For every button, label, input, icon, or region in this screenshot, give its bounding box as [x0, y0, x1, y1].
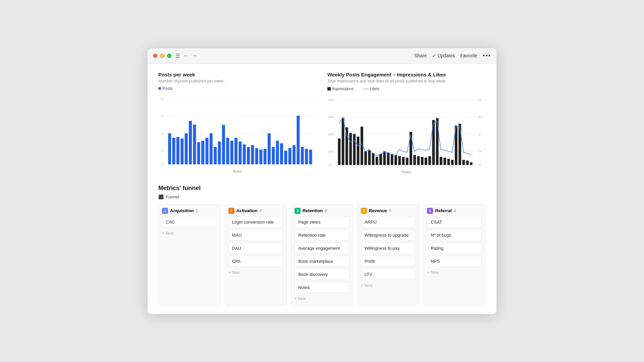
svg-rect-87 [440, 157, 442, 165]
svg-rect-65 [357, 136, 360, 165]
funnel-section: Metrics' funnel ⬛ Funnel 1Acquisition1CA… [158, 185, 486, 306]
svg-rect-89 [447, 159, 450, 165]
left-chart-legend: Posts [158, 86, 317, 91]
svg-rect-25 [230, 140, 233, 164]
add-new-revenue[interactable]: + New [361, 282, 416, 289]
kanban-card[interactable]: ARPU [361, 217, 416, 228]
close-button[interactable] [153, 54, 157, 58]
kanban-card[interactable]: MAU [228, 230, 283, 241]
right-chart-wrap: 600 450 300 150 0 12 9 6 3 0 [327, 94, 486, 169]
right-chart-axis-label: Rows [327, 170, 486, 174]
svg-rect-36 [276, 140, 279, 164]
svg-rect-40 [292, 145, 296, 164]
forward-arrow-icon[interactable]: → [192, 53, 198, 59]
favorite-button[interactable]: Favorite [461, 53, 478, 58]
left-chart-svg: 8 6 4 2 0 [158, 94, 317, 167]
svg-rect-39 [288, 148, 291, 164]
svg-text:12: 12 [478, 98, 482, 101]
svg-rect-17 [197, 142, 200, 164]
svg-rect-10 [168, 133, 171, 164]
kanban-col-header-revenue: 4Revenue5 [361, 208, 416, 214]
kanban-card[interactable]: LTV [361, 269, 416, 280]
svg-rect-84 [428, 156, 431, 165]
col-name-acquisition: Acquisition [170, 208, 194, 213]
kanban-card[interactable]: Notes [294, 282, 350, 293]
kanban-card[interactable]: Book discovery [294, 269, 350, 280]
col-count-acquisition: 1 [196, 208, 198, 213]
kanban-col-acquisition: 1Acquisition1CAC+ New [158, 204, 221, 306]
col-name-activation: Activation [236, 208, 258, 213]
likes-legend-line: — [363, 86, 369, 92]
svg-rect-20 [210, 133, 213, 164]
minimize-button[interactable] [160, 54, 164, 58]
kanban-card[interactable]: Login conversion rate [228, 217, 283, 228]
left-chart-wrap: 8 6 4 2 0 [158, 94, 317, 169]
svg-rect-12 [176, 137, 179, 164]
svg-rect-75 [394, 155, 397, 165]
app-window: ☰ ← → Share ✓ Updates Favorite ••• Posts… [148, 48, 496, 314]
kanban-card[interactable]: Profit [361, 256, 416, 267]
svg-rect-42 [301, 147, 304, 164]
kanban-col-retention: 3Retention9Page viewsRetention rateAvera… [291, 204, 353, 306]
posts-legend-label: Posts [162, 86, 172, 91]
svg-text:9: 9 [479, 115, 481, 119]
svg-rect-92 [459, 124, 461, 165]
kanban-card[interactable]: CAC [162, 217, 217, 228]
add-new-referral[interactable]: + New [427, 269, 482, 276]
svg-rect-82 [421, 157, 424, 165]
right-chart-title: Weekly Posts Engagement – Impressions & … [327, 72, 486, 77]
svg-rect-69 [372, 153, 375, 165]
svg-rect-73 [387, 152, 390, 165]
add-new-retention[interactable]: + New [294, 295, 350, 302]
share-button[interactable]: Share [414, 53, 427, 58]
svg-rect-94 [466, 161, 469, 165]
back-arrow-icon[interactable]: ← [183, 53, 189, 59]
kanban-card[interactable]: Average engagement [294, 243, 350, 254]
add-new-acquisition[interactable]: + New [162, 230, 217, 237]
kanban-card[interactable]: Rating [427, 243, 482, 254]
kanban-card[interactable]: Retention rate [294, 230, 350, 241]
kanban-board: 1Acquisition1CAC+ New2Activation4Login c… [158, 204, 486, 306]
svg-rect-78 [406, 158, 409, 165]
funnel-title: Metrics' funnel [158, 185, 486, 192]
svg-text:150: 150 [328, 149, 334, 153]
traffic-lights [153, 54, 171, 58]
kanban-card[interactable]: DAU [228, 243, 283, 254]
svg-rect-23 [222, 125, 225, 164]
charts-row: Posts per week Number of posts published… [158, 72, 486, 174]
kanban-col-referral: 5Referral4CSATNº of bugsRatingNPS+ New [423, 204, 486, 306]
svg-rect-35 [272, 147, 275, 164]
main-content: Posts per week Number of posts published… [148, 64, 496, 314]
likes-legend-label: Likes [370, 86, 379, 91]
more-options-button[interactable]: ••• [483, 52, 491, 59]
kanban-card[interactable]: Page views [294, 217, 350, 228]
kanban-card[interactable]: CSAT [427, 217, 482, 228]
col-badge-activation: 2 [228, 208, 234, 214]
kanban-card[interactable]: Willingness to upgrade [361, 230, 416, 241]
funnel-icon: ⬛ [158, 194, 164, 199]
col-badge-retention: 3 [294, 208, 301, 214]
add-new-activation[interactable]: + New [228, 269, 283, 276]
kanban-card[interactable]: Book marketplace [294, 256, 350, 267]
menu-icon[interactable]: ☰ [175, 53, 180, 59]
funnel-label: ⬛ Funnel [158, 194, 486, 199]
kanban-card[interactable]: CPA [228, 256, 283, 267]
updates-button[interactable]: ✓ Updates [432, 53, 455, 58]
svg-rect-86 [436, 118, 439, 165]
svg-rect-83 [425, 158, 427, 165]
svg-rect-24 [226, 138, 229, 164]
svg-text:450: 450 [328, 115, 334, 119]
kanban-card[interactable]: Nº of bugs [427, 230, 482, 241]
impressions-legend-label: Impressions [332, 86, 354, 91]
svg-rect-77 [402, 157, 405, 165]
maximize-button[interactable] [167, 54, 171, 58]
svg-text:8: 8 [161, 97, 163, 101]
svg-rect-38 [284, 150, 287, 164]
svg-rect-76 [398, 156, 401, 165]
kanban-card[interactable]: NPS [427, 256, 482, 267]
svg-text:4: 4 [161, 132, 163, 135]
kanban-card[interactable]: Willingness to pay [361, 243, 416, 254]
svg-rect-21 [214, 147, 217, 164]
svg-rect-18 [201, 140, 204, 164]
svg-rect-43 [305, 149, 308, 164]
